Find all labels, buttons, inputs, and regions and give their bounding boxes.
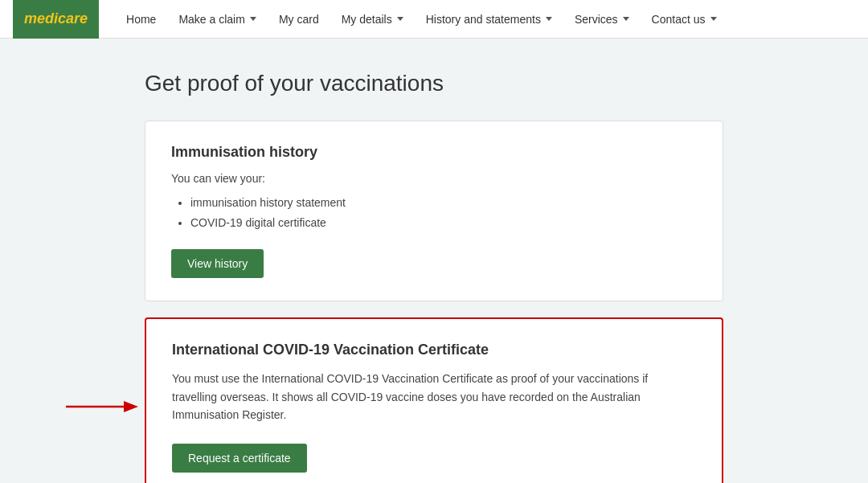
chevron-down-icon: [250, 17, 256, 21]
chevron-down-icon: [710, 17, 717, 21]
nav-history-statements-label: History and statements: [426, 13, 541, 26]
navigation: medicare Home Make a claim My card My de…: [0, 0, 868, 39]
immunisation-card-subtitle: You can view your:: [171, 172, 697, 185]
nav-history-statements[interactable]: History and statements: [415, 0, 563, 38]
chevron-down-icon: [397, 17, 403, 21]
immunisation-card-title: Immunisation history: [171, 144, 697, 161]
nav-services-label: Services: [575, 13, 618, 26]
nav-home[interactable]: Home: [115, 0, 167, 38]
view-history-button[interactable]: View history: [171, 249, 264, 278]
immunisation-history-card: Immunisation history You can view your: …: [145, 121, 723, 301]
request-certificate-button[interactable]: Request a certificate: [172, 444, 307, 473]
covid-cert-card: International COVID-19 Vaccination Certi…: [145, 317, 723, 483]
covid-cert-card-title: International COVID-19 Vaccination Certi…: [172, 342, 696, 358]
main-content: Get proof of your vaccinations Immunisat…: [0, 39, 868, 483]
nav-my-card-label: My card: [279, 13, 319, 26]
nav-home-label: Home: [126, 13, 156, 26]
page-title: Get proof of your vaccinations: [145, 71, 723, 96]
list-item: immunisation history statement: [190, 193, 697, 213]
covid-cert-card-description: You must use the International COVID-19 …: [172, 370, 696, 424]
arrow-icon: [66, 395, 138, 419]
list-item: COVID-19 digital certificate: [190, 213, 697, 233]
nav-contact-us[interactable]: Contact us: [641, 0, 728, 38]
nav-my-details-label: My details: [342, 13, 392, 26]
nav-items: Home Make a claim My card My details His…: [115, 0, 727, 38]
nav-my-details[interactable]: My details: [330, 0, 415, 38]
chevron-down-icon: [623, 17, 629, 21]
logo-text: medicare: [24, 10, 88, 27]
immunisation-list: immunisation history statement COVID-19 …: [171, 193, 697, 233]
nav-my-card[interactable]: My card: [268, 0, 330, 38]
nav-services[interactable]: Services: [563, 0, 641, 38]
nav-make-a-claim[interactable]: Make a claim: [167, 0, 267, 38]
chevron-down-icon: [546, 17, 552, 21]
brand-logo[interactable]: medicare: [13, 0, 99, 39]
arrow-indicator: [66, 395, 138, 419]
nav-contact-us-label: Contact us: [652, 13, 706, 26]
svg-marker-1: [124, 401, 138, 412]
nav-make-a-claim-label: Make a claim: [178, 13, 244, 26]
